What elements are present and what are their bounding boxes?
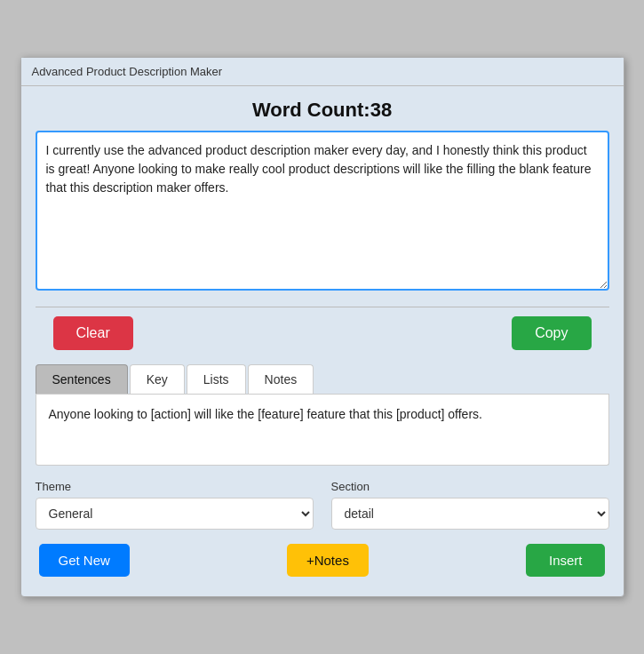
- main-content: Word Count:38 Clear Copy Sentences Key L…: [21, 86, 624, 596]
- tab-notes[interactable]: Notes: [248, 364, 314, 394]
- section-group: Section detail intro features conclusion: [331, 480, 609, 530]
- theme-group: Theme General Technical Creative Profess…: [36, 480, 314, 530]
- tab-sentences[interactable]: Sentences: [36, 364, 128, 394]
- copy-button[interactable]: Copy: [512, 316, 591, 350]
- tab-key[interactable]: Key: [130, 364, 185, 394]
- dropdowns-row: Theme General Technical Creative Profess…: [36, 480, 609, 530]
- title-bar: Advanced Product Description Maker: [21, 58, 624, 86]
- notes-button[interactable]: +Notes: [287, 544, 369, 577]
- section-label: Section: [331, 480, 609, 493]
- insert-button[interactable]: Insert: [526, 544, 606, 577]
- action-buttons-row: Get New +Notes Insert: [36, 544, 609, 584]
- suggestion-box: Anyone looking to [action] will like the…: [36, 395, 609, 466]
- description-textarea[interactable]: [36, 131, 609, 291]
- theme-select[interactable]: General Technical Creative Professional: [36, 498, 314, 530]
- tab-lists[interactable]: Lists: [187, 364, 246, 394]
- divider-1: [36, 307, 609, 307]
- theme-label: Theme: [36, 480, 314, 493]
- text-area-wrapper: [36, 131, 609, 294]
- section-select[interactable]: detail intro features conclusion: [331, 498, 609, 530]
- suggestion-text: Anyone looking to [action] will like the…: [49, 407, 482, 421]
- app-window: Advanced Product Description Maker Word …: [20, 57, 624, 597]
- clear-copy-row: Clear Copy: [36, 316, 609, 350]
- get-new-button[interactable]: Get New: [39, 544, 130, 577]
- word-count: Word Count:38: [36, 99, 609, 122]
- tabs-row: Sentences Key Lists Notes: [36, 364, 609, 395]
- app-title: Advanced Product Description Maker: [32, 65, 223, 78]
- clear-button[interactable]: Clear: [53, 316, 133, 350]
